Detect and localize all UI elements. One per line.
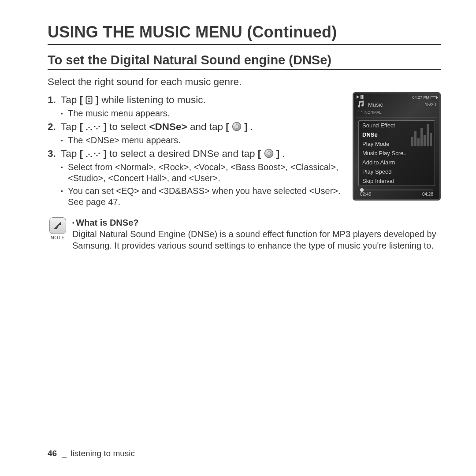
step-number: 1.	[48, 94, 56, 106]
equalizer-icon	[411, 123, 432, 146]
device-elapsed: 02:45	[360, 192, 371, 197]
bracket-close: ]	[96, 94, 99, 105]
note-text: Digital Natural Sound Engine (DNSe) is a…	[72, 229, 441, 251]
page-title: USING THE MUSIC MENU (Continued)	[48, 23, 441, 45]
bracket-open: [	[80, 121, 83, 132]
svg-marker-20	[357, 95, 359, 99]
device-menu-item: Add to Alarm	[359, 158, 435, 167]
step-text: to select	[109, 121, 149, 132]
up-down-icon	[86, 151, 100, 158]
menu-icon	[86, 96, 93, 104]
manual-page: USING THE MUSIC MENU (Continued) To set …	[0, 0, 476, 476]
play-indicator-icon	[357, 95, 365, 100]
note-block: NOTE What is DNSe? Digital Natural Sound…	[48, 217, 441, 251]
note-icon	[49, 217, 66, 234]
svg-point-16	[97, 155, 98, 156]
page-footer: 46 _ listening to music	[48, 449, 135, 458]
bracket-open: [	[258, 148, 261, 159]
svg-point-17	[99, 153, 100, 154]
select-icon	[264, 149, 274, 158]
bracket-open: [	[80, 148, 83, 159]
device-time: 04:27 PM	[412, 95, 429, 100]
step-2: 2. Tap [ ]	[48, 121, 345, 146]
device-progress-bar	[360, 190, 433, 190]
svg-point-13	[89, 154, 90, 155]
section-intro: Select the right sound for each music ge…	[48, 76, 441, 88]
footer-section: listening to music	[71, 449, 135, 458]
step-text: while listening to music.	[101, 94, 205, 105]
battery-icon	[431, 96, 437, 99]
device-status-bar: 04:27 PM	[356, 95, 438, 100]
step-text: Tap	[61, 121, 80, 132]
device-menu-item: Play Speed	[359, 167, 435, 176]
select-icon	[232, 122, 242, 131]
bracket-open: [	[80, 94, 83, 105]
page-number: 46	[48, 449, 57, 458]
device-mode: NORMAL	[364, 110, 382, 115]
section-title: To set the Digital Natural Sound engine …	[48, 53, 441, 70]
svg-point-6	[91, 129, 92, 130]
svg-rect-21	[361, 95, 362, 99]
step-sub: The <DNSe> menu appears.	[61, 135, 345, 146]
repeat-icon	[357, 111, 363, 114]
step-3: 3. Tap [ ]	[48, 148, 345, 208]
note-title: What is DNSe?	[72, 217, 441, 229]
svg-point-5	[89, 127, 90, 128]
step-text: to select a desired DNSe and tap	[109, 148, 257, 159]
footer-separator: _	[59, 449, 68, 458]
device-title: Music	[368, 101, 383, 108]
device-title-row: Music 15/20	[356, 100, 438, 109]
step-sub: Select from <Normal>, <Rock>, <Vocal>, <…	[61, 162, 345, 184]
note-body: What is DNSe? Digital Natural Sound Engi…	[72, 217, 441, 251]
step-1: 1. Tap [ ] whil	[48, 94, 345, 119]
step-text: Tap	[61, 148, 80, 159]
svg-point-4	[86, 129, 88, 130]
svg-point-9	[99, 126, 100, 127]
device-total: 04:28	[422, 192, 433, 197]
device-menu: Sound EffectDNSePlay ModeMusic Play Scre…	[358, 120, 435, 186]
content-row: 1. Tap [ ] whil	[48, 92, 441, 208]
step-number: 3.	[48, 148, 56, 160]
svg-point-12	[86, 156, 88, 157]
note-icon-wrap: NOTE	[48, 217, 68, 240]
step-text: .	[283, 148, 285, 159]
bracket-close: ]	[244, 121, 248, 132]
svg-point-11	[235, 125, 239, 129]
svg-rect-22	[362, 95, 364, 99]
up-down-icon	[86, 124, 100, 131]
steps-list: 1. Tap [ ] whil	[48, 94, 345, 208]
svg-point-15	[94, 153, 96, 154]
steps-column: 1. Tap [ ] whil	[48, 92, 345, 208]
step-sub: The music menu appears.	[61, 108, 345, 119]
svg-point-8	[97, 128, 98, 130]
step-text: Tap	[61, 94, 80, 105]
device-time-row: 02:45 04:28	[356, 190, 438, 197]
step-number: 2.	[48, 121, 56, 133]
step-text: and tap	[190, 121, 226, 132]
note-label: NOTE	[51, 235, 65, 240]
step-bold: <DNSe>	[149, 121, 187, 132]
device-track-counter: 15/20	[425, 102, 436, 107]
bracket-close: ]	[104, 121, 107, 132]
step-sub: You can set <EQ> and <3D&BASS> when you …	[61, 186, 345, 208]
bracket-open: [	[226, 121, 229, 132]
svg-point-14	[91, 156, 92, 157]
step-text: .	[250, 121, 253, 132]
music-note-icon	[357, 100, 365, 108]
device-menu-item: Music Play Scre..	[359, 149, 435, 158]
svg-point-19	[267, 152, 271, 156]
device-menu-item: Skip Interval	[359, 176, 435, 186]
bracket-close: ]	[104, 148, 107, 159]
device-screenshot: 04:27 PM Music 15/20 NORMAL	[353, 92, 441, 201]
device-mode-row: NORMAL	[356, 109, 438, 118]
bracket-close: ]	[276, 148, 280, 159]
svg-point-7	[94, 126, 96, 127]
